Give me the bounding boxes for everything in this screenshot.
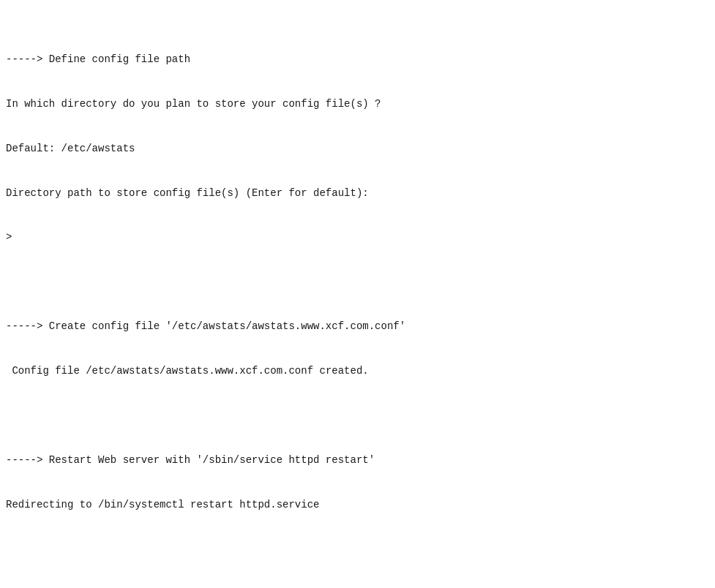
line-2: In which directory do you plan to store … — [6, 97, 709, 111]
line-7: -----> Create config file '/etc/awstats/… — [6, 319, 709, 333]
terminal-window: -----> Define config file path In which … — [6, 7, 709, 588]
line-9 — [6, 408, 709, 423]
line-5: > — [6, 230, 709, 244]
line-3: Default: /etc/awstats — [6, 141, 709, 156]
line-11: Redirecting to /bin/systemctl restart ht… — [6, 497, 709, 512]
line-8: Config file /etc/awstats/awstats.www.xcf… — [6, 363, 709, 378]
terminal-content: -----> Define config file path In which … — [6, 7, 709, 588]
line-12 — [6, 542, 709, 557]
line-10: -----> Restart Web server with '/sbin/se… — [6, 453, 709, 467]
line-6 — [6, 274, 709, 289]
line-4: Directory path to store config file(s) (… — [6, 186, 709, 200]
line-1: -----> Define config file path — [6, 52, 709, 67]
